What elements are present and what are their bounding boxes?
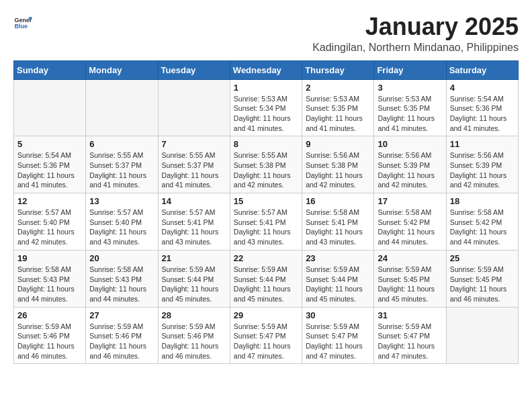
day-info: Sunrise: 5:58 AM Sunset: 5:41 PM Dayligh… bbox=[306, 208, 370, 247]
day-info: Sunrise: 5:59 AM Sunset: 5:45 PM Dayligh… bbox=[450, 265, 515, 304]
day-info: Sunrise: 5:57 AM Sunset: 5:41 PM Dayligh… bbox=[234, 208, 298, 247]
day-info: Sunrise: 5:54 AM Sunset: 5:36 PM Dayligh… bbox=[450, 94, 515, 134]
calendar-cell: 19Sunrise: 5:58 AM Sunset: 5:43 PM Dayli… bbox=[14, 250, 86, 307]
calendar-cell: 4Sunrise: 5:54 AM Sunset: 5:36 PM Daylig… bbox=[446, 79, 518, 136]
calendar-cell: 13Sunrise: 5:57 AM Sunset: 5:40 PM Dayli… bbox=[86, 193, 158, 250]
calendar-cell: 14Sunrise: 5:57 AM Sunset: 5:41 PM Dayli… bbox=[158, 193, 230, 250]
day-info: Sunrise: 5:59 AM Sunset: 5:44 PM Dayligh… bbox=[234, 265, 298, 304]
calendar-cell: 17Sunrise: 5:58 AM Sunset: 5:42 PM Dayli… bbox=[374, 193, 446, 250]
day-number: 19 bbox=[17, 253, 82, 263]
day-info: Sunrise: 5:55 AM Sunset: 5:37 PM Dayligh… bbox=[89, 150, 154, 190]
page-header: General Blue January 2025 Kadingilan, No… bbox=[13, 13, 519, 54]
weekday-header-row: SundayMondayTuesdayWednesdayThursdayFrid… bbox=[14, 60, 519, 79]
day-info: Sunrise: 5:54 AM Sunset: 5:36 PM Dayligh… bbox=[17, 150, 82, 190]
day-number: 16 bbox=[306, 196, 370, 206]
calendar-cell: 16Sunrise: 5:58 AM Sunset: 5:41 PM Dayli… bbox=[302, 193, 374, 250]
calendar-week-row: 19Sunrise: 5:58 AM Sunset: 5:43 PM Dayli… bbox=[14, 250, 519, 307]
calendar-cell: 28Sunrise: 5:59 AM Sunset: 5:46 PM Dayli… bbox=[158, 307, 230, 364]
calendar-cell: 24Sunrise: 5:59 AM Sunset: 5:45 PM Dayli… bbox=[374, 250, 446, 307]
calendar-cell: 7Sunrise: 5:55 AM Sunset: 5:37 PM Daylig… bbox=[158, 136, 230, 193]
calendar-cell bbox=[446, 307, 518, 364]
day-info: Sunrise: 5:58 AM Sunset: 5:43 PM Dayligh… bbox=[89, 265, 154, 304]
calendar-cell: 9Sunrise: 5:56 AM Sunset: 5:38 PM Daylig… bbox=[302, 136, 374, 193]
day-info: Sunrise: 5:56 AM Sunset: 5:39 PM Dayligh… bbox=[450, 150, 515, 190]
calendar-cell bbox=[158, 79, 230, 136]
calendar-cell: 12Sunrise: 5:57 AM Sunset: 5:40 PM Dayli… bbox=[14, 193, 86, 250]
day-number: 30 bbox=[306, 310, 370, 320]
day-number: 29 bbox=[234, 310, 298, 320]
weekday-header: Monday bbox=[86, 60, 158, 79]
day-number: 24 bbox=[378, 253, 442, 263]
day-info: Sunrise: 5:57 AM Sunset: 5:40 PM Dayligh… bbox=[89, 208, 154, 247]
calendar-cell: 29Sunrise: 5:59 AM Sunset: 5:47 PM Dayli… bbox=[230, 307, 302, 364]
calendar-cell: 2Sunrise: 5:53 AM Sunset: 5:35 PM Daylig… bbox=[302, 79, 374, 136]
day-info: Sunrise: 5:59 AM Sunset: 5:45 PM Dayligh… bbox=[378, 265, 442, 304]
day-number: 17 bbox=[378, 196, 442, 206]
day-number: 13 bbox=[89, 196, 154, 206]
calendar-title: January 2025 bbox=[312, 13, 519, 40]
day-info: Sunrise: 5:53 AM Sunset: 5:35 PM Dayligh… bbox=[378, 94, 442, 134]
logo: General Blue bbox=[13, 13, 32, 32]
day-info: Sunrise: 5:59 AM Sunset: 5:47 PM Dayligh… bbox=[234, 322, 298, 361]
calendar-cell: 5Sunrise: 5:54 AM Sunset: 5:36 PM Daylig… bbox=[14, 136, 86, 193]
day-info: Sunrise: 5:59 AM Sunset: 5:47 PM Dayligh… bbox=[306, 322, 370, 361]
day-info: Sunrise: 5:58 AM Sunset: 5:43 PM Dayligh… bbox=[17, 265, 82, 304]
calendar-week-row: 1Sunrise: 5:53 AM Sunset: 5:34 PM Daylig… bbox=[14, 79, 519, 136]
day-number: 31 bbox=[378, 310, 442, 320]
calendar-cell bbox=[86, 79, 158, 136]
day-number: 5 bbox=[17, 139, 82, 149]
calendar-cell: 21Sunrise: 5:59 AM Sunset: 5:44 PM Dayli… bbox=[158, 250, 230, 307]
day-number: 21 bbox=[162, 253, 226, 263]
day-info: Sunrise: 5:57 AM Sunset: 5:40 PM Dayligh… bbox=[17, 208, 82, 247]
calendar-cell: 18Sunrise: 5:58 AM Sunset: 5:42 PM Dayli… bbox=[446, 193, 518, 250]
weekday-header: Tuesday bbox=[158, 60, 230, 79]
calendar-cell: 30Sunrise: 5:59 AM Sunset: 5:47 PM Dayli… bbox=[302, 307, 374, 364]
calendar-subtitle: Kadingilan, Northern Mindanao, Philippin… bbox=[312, 42, 519, 54]
day-info: Sunrise: 5:59 AM Sunset: 5:44 PM Dayligh… bbox=[162, 265, 226, 304]
calendar-cell: 25Sunrise: 5:59 AM Sunset: 5:45 PM Dayli… bbox=[446, 250, 518, 307]
day-info: Sunrise: 5:53 AM Sunset: 5:35 PM Dayligh… bbox=[306, 94, 370, 134]
weekday-header: Saturday bbox=[446, 60, 518, 79]
calendar-week-row: 26Sunrise: 5:59 AM Sunset: 5:46 PM Dayli… bbox=[14, 307, 519, 364]
day-info: Sunrise: 5:57 AM Sunset: 5:41 PM Dayligh… bbox=[162, 208, 226, 247]
calendar-cell: 15Sunrise: 5:57 AM Sunset: 5:41 PM Dayli… bbox=[230, 193, 302, 250]
day-number: 1 bbox=[234, 83, 298, 93]
day-number: 8 bbox=[234, 139, 298, 149]
day-number: 20 bbox=[89, 253, 154, 263]
weekday-header: Friday bbox=[374, 60, 446, 79]
day-info: Sunrise: 5:55 AM Sunset: 5:37 PM Dayligh… bbox=[162, 150, 226, 190]
title-area: January 2025 Kadingilan, Northern Mindan… bbox=[312, 13, 519, 54]
calendar-cell: 23Sunrise: 5:59 AM Sunset: 5:44 PM Dayli… bbox=[302, 250, 374, 307]
day-number: 2 bbox=[306, 83, 370, 93]
calendar-cell: 6Sunrise: 5:55 AM Sunset: 5:37 PM Daylig… bbox=[86, 136, 158, 193]
weekday-header: Sunday bbox=[14, 60, 86, 79]
day-number: 26 bbox=[17, 310, 82, 320]
day-info: Sunrise: 5:53 AM Sunset: 5:34 PM Dayligh… bbox=[234, 94, 298, 134]
day-info: Sunrise: 5:59 AM Sunset: 5:46 PM Dayligh… bbox=[162, 322, 226, 361]
calendar-cell: 3Sunrise: 5:53 AM Sunset: 5:35 PM Daylig… bbox=[374, 79, 446, 136]
day-info: Sunrise: 5:59 AM Sunset: 5:46 PM Dayligh… bbox=[89, 322, 154, 361]
day-number: 15 bbox=[234, 196, 298, 206]
day-number: 9 bbox=[306, 139, 370, 149]
day-number: 23 bbox=[306, 253, 370, 263]
day-number: 18 bbox=[450, 196, 515, 206]
day-number: 7 bbox=[162, 139, 226, 149]
calendar-cell: 20Sunrise: 5:58 AM Sunset: 5:43 PM Dayli… bbox=[86, 250, 158, 307]
day-info: Sunrise: 5:56 AM Sunset: 5:38 PM Dayligh… bbox=[306, 150, 370, 190]
calendar-cell: 31Sunrise: 5:59 AM Sunset: 5:47 PM Dayli… bbox=[374, 307, 446, 364]
calendar-cell: 26Sunrise: 5:59 AM Sunset: 5:46 PM Dayli… bbox=[14, 307, 86, 364]
calendar-cell: 8Sunrise: 5:55 AM Sunset: 5:38 PM Daylig… bbox=[230, 136, 302, 193]
weekday-header: Thursday bbox=[302, 60, 374, 79]
weekday-header: Wednesday bbox=[230, 60, 302, 79]
day-info: Sunrise: 5:56 AM Sunset: 5:39 PM Dayligh… bbox=[378, 150, 442, 190]
day-number: 6 bbox=[89, 139, 154, 149]
day-number: 25 bbox=[450, 253, 515, 263]
calendar-week-row: 12Sunrise: 5:57 AM Sunset: 5:40 PM Dayli… bbox=[14, 193, 519, 250]
calendar-table: SundayMondayTuesdayWednesdayThursdayFrid… bbox=[13, 60, 519, 365]
day-number: 3 bbox=[378, 83, 442, 93]
day-info: Sunrise: 5:58 AM Sunset: 5:42 PM Dayligh… bbox=[450, 208, 515, 247]
calendar-week-row: 5Sunrise: 5:54 AM Sunset: 5:36 PM Daylig… bbox=[14, 136, 519, 193]
calendar-cell: 27Sunrise: 5:59 AM Sunset: 5:46 PM Dayli… bbox=[86, 307, 158, 364]
svg-text:Blue: Blue bbox=[14, 23, 28, 30]
day-number: 14 bbox=[162, 196, 226, 206]
